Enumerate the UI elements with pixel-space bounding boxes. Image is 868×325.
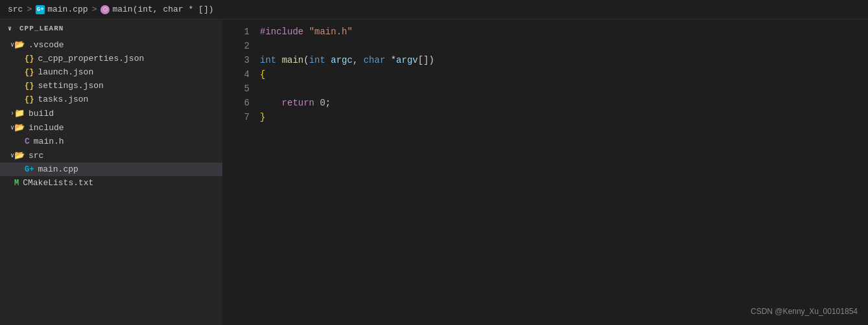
line-numbers: 1234567: [222, 19, 255, 325]
sidebar: ∨ CPP_LEARN ∨📂.vscode {}c_cpp_properties…: [0, 19, 222, 325]
token-punct: {: [260, 69, 265, 80]
code-line-1: #include "main.h": [260, 25, 868, 39]
token-kw-num: 0: [320, 98, 325, 108]
line-number-5: 5: [222, 82, 250, 96]
token-kw-string: "main.h": [309, 27, 353, 37]
chevron-icon: ›: [0, 110, 10, 117]
sidebar-item-label: main.cpp: [38, 164, 78, 174]
token-plain: [276, 55, 281, 65]
breadcrumb-sep1: >: [27, 5, 32, 14]
json-file-icon: {}: [25, 82, 34, 91]
folder-closed-icon: 📁: [14, 108, 25, 118]
breadcrumb-src[interactable]: src: [8, 5, 23, 14]
chevron-icon: ∨: [0, 41, 10, 49]
line-number-1: 1: [222, 25, 250, 39]
code-line-5: [260, 82, 868, 96]
line-number-7: 7: [222, 110, 250, 124]
token-plain: *: [385, 55, 396, 65]
chevron-icon: ∨: [0, 124, 10, 131]
line-number-3: 3: [222, 53, 250, 67]
folder-open-icon: 📂: [14, 150, 25, 161]
token-punct: }: [260, 112, 265, 122]
sidebar-item-c_cpp_properties[interactable]: {}c_cpp_properties.json: [0, 52, 222, 65]
breadcrumb-bar: src > G+ main.cpp > ⬡ main(int, char * […: [0, 0, 868, 19]
sidebar-item-label: build: [29, 109, 54, 118]
root-chevron: ∨: [8, 25, 16, 32]
sidebar-item-settings_json[interactable]: {}settings.json: [0, 79, 222, 93]
func-icon: ⬡: [100, 5, 110, 14]
code-line-6: return 0;: [260, 96, 868, 110]
json-file-icon: {}: [25, 95, 34, 104]
sidebar-item-main_cpp[interactable]: G+main.cpp: [0, 162, 222, 176]
breadcrumb-file[interactable]: G+ main.cpp: [36, 5, 88, 14]
sidebar-item-label: tasks.json: [38, 95, 88, 104]
watermark: CSDN @Kenny_Xu_00101854: [751, 304, 858, 319]
sidebar-item-include[interactable]: ∨📂include: [0, 120, 222, 135]
token-kw-char: char: [364, 55, 386, 65]
line-number-4: 4: [222, 67, 250, 82]
token-plain: (: [303, 55, 309, 65]
line-number-2: 2: [222, 39, 250, 53]
json-file-icon: {}: [25, 68, 34, 77]
sidebar-item-cmakelists[interactable]: MCMakeLists.txt: [0, 176, 222, 190]
sidebar-item-label: main.h: [34, 137, 64, 146]
sidebar-items: ∨📂.vscode {}c_cpp_properties.json {}laun…: [0, 38, 222, 190]
sidebar-item-label: settings.json: [38, 81, 103, 91]
sidebar-item-build[interactable]: ›📁build: [0, 106, 222, 120]
token-plain: []): [418, 55, 434, 65]
sidebar-item-launch_json[interactable]: {}launch.json: [0, 65, 222, 79]
code-line-2: [260, 39, 868, 53]
token-kw-argv: argv: [396, 55, 418, 65]
chevron-icon: ∨: [0, 151, 10, 159]
line-number-6: 6: [222, 96, 250, 110]
code-line-7: }: [260, 110, 868, 124]
sidebar-item-src[interactable]: ∨📂src: [0, 148, 222, 162]
sidebar-item-vscode[interactable]: ∨📂.vscode: [0, 38, 222, 52]
code-line-4: {: [260, 67, 868, 82]
code-content[interactable]: #include "main.h"int main(int argc, char…: [255, 19, 868, 325]
token-kw-main: main: [282, 55, 304, 65]
cpp-file-icon: G+: [36, 5, 45, 14]
sidebar-title: ∨ CPP_LEARN: [0, 19, 222, 38]
folder-open-icon: 📂: [14, 122, 25, 133]
sidebar-item-label: c_cpp_properties.json: [38, 54, 144, 63]
token-kw-int: int: [309, 55, 325, 65]
token-kw-include: include: [265, 27, 303, 37]
sidebar-item-label: .vscode: [29, 40, 64, 50]
token-plain: [325, 55, 331, 65]
sidebar-item-label: src: [29, 151, 43, 161]
token-plain: [303, 27, 309, 37]
main-area: ∨ CPP_LEARN ∨📂.vscode {}c_cpp_properties…: [0, 19, 868, 325]
sidebar-item-main_h[interactable]: Cmain.h: [0, 135, 222, 148]
cpp-file-icon: G+: [25, 165, 34, 174]
token-plain: ;: [325, 98, 331, 108]
token-plain: [260, 98, 282, 108]
json-file-icon: {}: [25, 54, 34, 63]
c-file-icon: C: [25, 137, 30, 146]
token-kw-int: int: [260, 55, 276, 65]
cmake-file-icon: M: [14, 179, 19, 188]
token-plain: ,: [353, 55, 364, 65]
sidebar-item-tasks_json[interactable]: {}tasks.json: [0, 93, 222, 106]
token-kw-return: return: [282, 98, 314, 108]
editor-area[interactable]: 1234567 #include "main.h"int main(int ar…: [222, 19, 868, 325]
sidebar-item-label: launch.json: [38, 67, 93, 77]
sidebar-item-label: CMakeLists.txt: [23, 178, 93, 188]
folder-open-icon: 📂: [14, 39, 25, 50]
sidebar-item-label: include: [29, 123, 64, 133]
code-line-3: int main(int argc, char *argv[]): [260, 53, 868, 67]
breadcrumb-sep2: >: [92, 5, 97, 14]
breadcrumb-func[interactable]: ⬡ main(int, char * []): [100, 5, 213, 14]
token-kw-argc: argc: [331, 55, 353, 65]
